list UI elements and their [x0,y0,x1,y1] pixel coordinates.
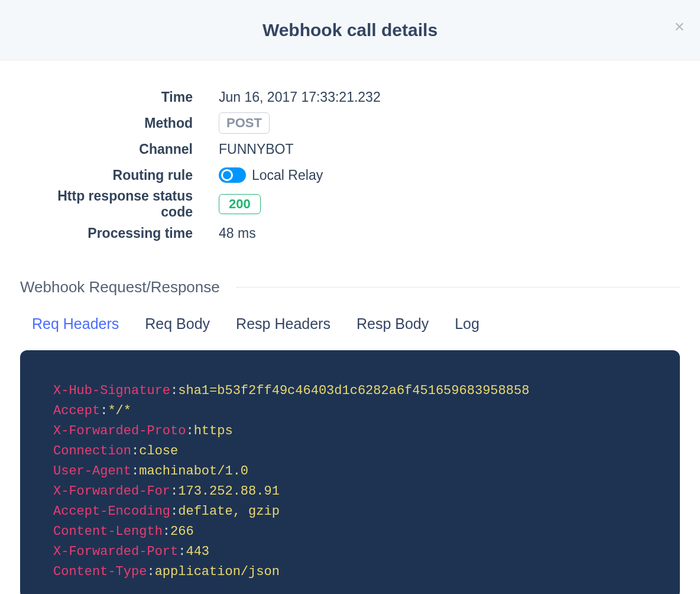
header-key: Content-Length [53,524,163,539]
header-value: sha1=b53f2ff49c46403d1c6282a6f4516596839… [178,383,529,398]
header-key: Connection [53,444,131,459]
header-line: Content-Length:266 [53,522,647,542]
header-line: X-Hub-Signature:sha1=b53f2ff49c46403d1c6… [53,381,647,401]
value-channel: FUNNYBOT [219,141,294,157]
header-value: machinabot/1.0 [139,464,248,479]
header-line: Accept:*/* [53,401,647,421]
header-value: close [139,444,178,459]
tab-req-headers[interactable]: Req Headers [32,313,119,335]
row-method: Method POST [30,110,680,136]
colon: : [163,524,170,539]
header-line: Accept-Encoding:deflate, gzip [53,502,647,522]
status-code-pill: 200 [219,194,261,214]
req-headers-panel: X-Hub-Signature:sha1=b53f2ff49c46403d1c6… [20,350,680,594]
header-key: X-Hub-Signature [53,383,170,398]
tabs: Req Headers Req Body Resp Headers Resp B… [32,313,680,335]
header-key: User-Agent [53,464,131,479]
row-routing-rule: Routing rule Local Relay [30,162,680,188]
label-routing-rule: Routing rule [30,167,219,183]
label-time: Time [30,89,219,105]
tab-req-body[interactable]: Req Body [145,313,210,335]
label-processing-time: Processing time [30,225,219,241]
header-line: Content-Type:application/json [53,562,647,582]
header-value: https [194,424,233,438]
value-routing-rule: Local Relay [219,167,323,183]
tab-resp-body[interactable]: Resp Body [357,313,429,335]
colon: : [147,564,154,579]
header-key: X-Forwarded-For [53,484,170,499]
divider-line [236,287,680,288]
section-divider: Webhook Request/Response [20,278,680,296]
label-channel: Channel [30,141,219,157]
row-channel: Channel FUNNYBOT [30,136,680,162]
colon: : [131,444,139,459]
header-key: Content-Type [53,564,147,579]
value-status-code: 200 [219,194,261,214]
header-key: X-Forwarded-Proto [53,424,186,438]
colon: : [186,424,193,438]
close-icon[interactable]: × [674,18,685,35]
method-pill: POST [219,112,270,134]
section-title: Webhook Request/Response [20,278,236,296]
routing-rule-name: Local Relay [252,167,323,183]
value-method: POST [219,112,270,134]
value-processing-time: 48 ms [219,225,256,241]
colon: : [170,383,178,398]
row-status-code: Http response status code 200 [30,188,680,220]
modal-header: Webhook call details × [0,0,700,60]
header-value: 266 [170,524,194,539]
row-time: Time Jun 16, 2017 17:33:21.232 [30,84,680,110]
header-value: application/json [155,564,280,579]
header-line: Connection:close [53,441,647,461]
label-status-code: Http response status code [30,188,219,220]
modal-title: Webhook call details [262,20,438,40]
header-value: 443 [186,544,209,559]
header-key: Accept-Encoding [53,504,170,519]
header-key: Accept [53,403,100,418]
header-line: X-Forwarded-For:173.252.88.91 [53,482,647,502]
modal-body: Time Jun 16, 2017 17:33:21.232 Method PO… [0,60,700,594]
tab-log[interactable]: Log [455,313,479,335]
colon: : [178,544,186,559]
header-key: X-Forwarded-Port [53,544,178,559]
header-line: X-Forwarded-Proto:https [53,421,647,441]
header-value: 173.252.88.91 [178,484,280,499]
value-time: Jun 16, 2017 17:33:21.232 [219,89,381,105]
colon: : [170,484,178,499]
details-table: Time Jun 16, 2017 17:33:21.232 Method PO… [30,84,680,246]
header-line: X-Forwarded-Port:443 [53,542,647,562]
header-line: User-Agent:machinabot/1.0 [53,461,647,482]
colon: : [170,504,178,519]
tab-resp-headers[interactable]: Resp Headers [236,313,330,335]
colon: : [131,464,139,479]
header-value: */* [108,403,131,418]
row-processing-time: Processing time 48 ms [30,220,680,246]
header-value: deflate, gzip [178,504,280,519]
routing-rule-toggle[interactable] [219,167,246,183]
label-method: Method [30,115,219,131]
colon: : [100,403,108,418]
